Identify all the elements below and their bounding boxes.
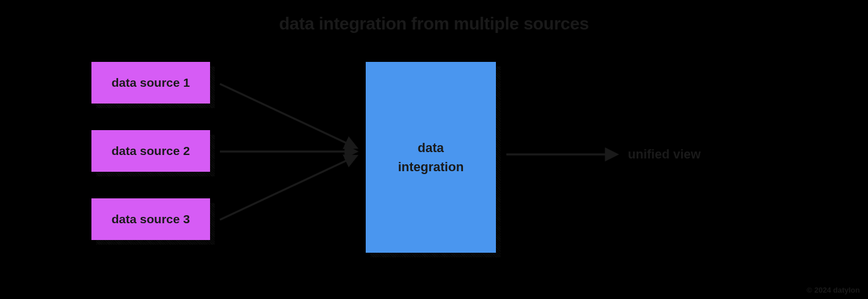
- data-source-box-1: data source 1: [91, 62, 210, 104]
- data-source-label: data source 3: [112, 212, 190, 226]
- data-source-box-3: data source 3: [91, 198, 210, 240]
- integration-box: data integration: [366, 62, 496, 253]
- data-source-box-2: data source 2: [91, 130, 210, 172]
- diagram-title: data integration from multiple sources: [0, 14, 868, 34]
- data-source-label: data source 1: [112, 76, 190, 90]
- integration-label: data integration: [398, 138, 464, 176]
- unified-view-label: unified view: [628, 147, 701, 162]
- arrow-source3-icon: [220, 156, 356, 220]
- arrow-source1-icon: [220, 84, 356, 147]
- data-source-label: data source 2: [112, 144, 190, 158]
- watermark: © 2024 datylon: [807, 286, 860, 294]
